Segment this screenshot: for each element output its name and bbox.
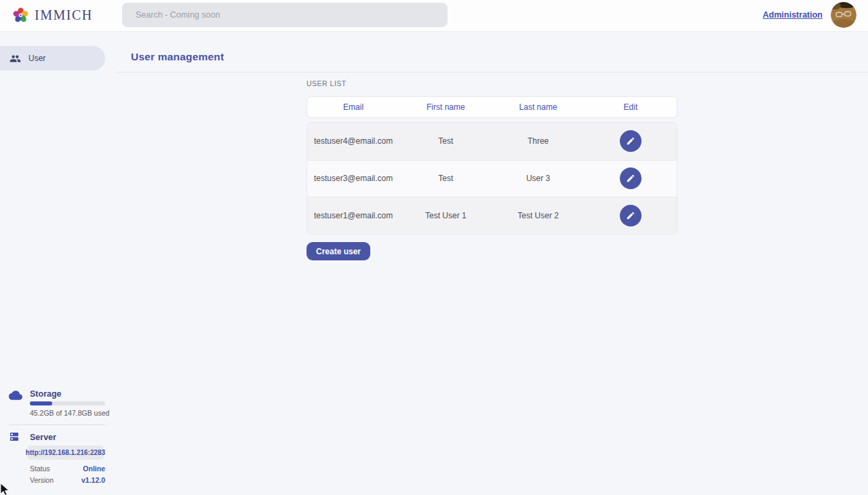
storage-usage-text: 45.2GB of 147.8GB used (30, 409, 109, 417)
column-header-last-name: Last name (492, 97, 585, 117)
immich-flower-icon (12, 7, 29, 24)
user-table-header: Email First name Last name Edit (307, 96, 677, 118)
table-row: testuser3@email.com Test User 3 (307, 160, 677, 197)
cell-last-name: Three (492, 136, 585, 146)
storage-title: Storage (30, 389, 62, 399)
server-icon (9, 431, 20, 445)
server-status-value: Online (83, 464, 105, 473)
header-divider (116, 72, 868, 73)
table-row: testuser1@email.com Test User 1 Test Use… (307, 197, 677, 234)
administration-link[interactable]: Administration (763, 10, 823, 20)
cell-edit (585, 205, 677, 226)
create-user-button[interactable]: Create user (307, 242, 370, 260)
edit-user-button[interactable] (620, 167, 642, 189)
pencil-icon (626, 174, 635, 183)
pencil-icon (626, 136, 635, 146)
cell-email: testuser4@email.com (307, 136, 399, 146)
column-header-edit: Edit (585, 97, 677, 117)
search-input[interactable] (122, 3, 448, 27)
server-version-row: Version v1.12.0 (30, 476, 105, 484)
cell-edit (585, 167, 677, 189)
storage-progress-bar (30, 401, 105, 405)
pencil-icon (626, 211, 635, 220)
column-header-first-name: First name (399, 97, 492, 117)
sidebar-item-user-label: User (28, 54, 45, 63)
cell-email: testuser1@email.com (307, 211, 399, 220)
edit-user-button[interactable] (620, 205, 642, 226)
immich-logo[interactable]: IMMICH (12, 7, 93, 24)
table-row: testuser4@email.com Test Three (307, 123, 677, 160)
sidebar-divider (9, 424, 105, 425)
server-title: Server (30, 433, 56, 442)
cell-last-name: Test User 2 (492, 211, 585, 220)
cell-first-name: Test (399, 174, 492, 183)
server-version-value: v1.12.0 (81, 476, 105, 484)
immich-wordmark: IMMICH (35, 7, 93, 23)
storage-progress-fill (30, 401, 52, 405)
server-url-badge: http://192.168.1.216:2283 (27, 446, 104, 460)
immich-admin-screen: IMMICH Administration (0, 0, 868, 495)
top-navbar: IMMICH Administration (0, 0, 868, 32)
cloud-icon (9, 389, 22, 405)
user-table-body: testuser4@email.com Test Three testuser3… (307, 122, 677, 235)
user-list-label: USER LIST (307, 79, 347, 87)
users-group-icon (9, 53, 21, 64)
edit-user-button[interactable] (620, 130, 642, 152)
cell-first-name: Test User 1 (399, 211, 492, 220)
cell-edit (585, 130, 677, 152)
column-header-email: Email (307, 97, 399, 117)
server-version-label: Version (30, 476, 54, 484)
cell-email: testuser3@email.com (307, 174, 399, 183)
server-status-row: Status Online (30, 464, 105, 473)
page-title: User management (131, 51, 224, 63)
cell-first-name: Test (399, 136, 492, 146)
mouse-cursor (0, 483, 11, 495)
cell-last-name: User 3 (492, 174, 585, 183)
user-avatar[interactable] (831, 2, 856, 28)
sidebar-item-user[interactable]: User (0, 46, 105, 71)
server-status-label: Status (30, 464, 50, 473)
